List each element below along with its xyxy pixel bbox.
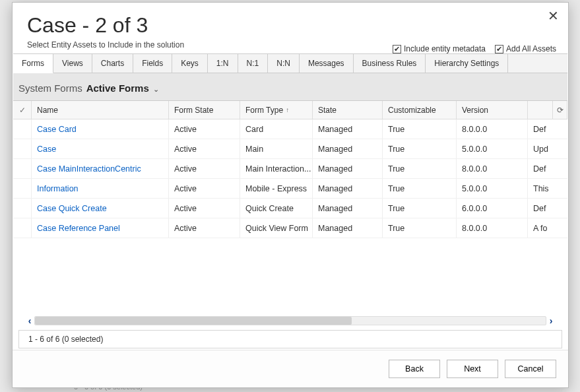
cell-version: 5.0.0.0: [457, 179, 528, 198]
close-icon[interactable]: ✕: [548, 9, 559, 22]
tab-n-1[interactable]: N:1: [238, 54, 269, 73]
table-row[interactable]: Case CardActiveCardManagedTrue8.0.0.0Def: [13, 119, 567, 139]
form-name-link[interactable]: Case: [37, 145, 56, 154]
column-header-form-type[interactable]: Form Type ↑: [240, 101, 313, 119]
row-checkbox[interactable]: [13, 199, 32, 218]
row-checkbox[interactable]: [13, 179, 32, 198]
cell-form-type: Main: [240, 139, 313, 158]
table-row[interactable]: Case Quick CreateActiveQuick CreateManag…: [13, 199, 567, 218]
column-header-form-state[interactable]: Form State: [169, 101, 240, 119]
wizard-dialog: ✕ Case - 2 of 3 Select Entity Assets to …: [12, 2, 569, 388]
scrollbar-track[interactable]: [34, 316, 546, 325]
add-all-assets-checkbox[interactable]: ✔ Add All Assets: [495, 44, 556, 53]
cell-form-state: Active: [169, 119, 240, 139]
cell-customizable: True: [383, 218, 457, 238]
form-name-link[interactable]: Case MainInteractionCentric: [37, 164, 141, 174]
column-header-state[interactable]: State: [313, 101, 383, 119]
cell-customizable: True: [383, 179, 457, 198]
horizontal-scrollbar[interactable]: ‹ ›: [25, 314, 556, 327]
include-entity-metadata-checkbox[interactable]: ✔ Include entity metadata: [393, 44, 486, 53]
grid-header-row: ✓ Name Form State Form Type ↑ State Cust…: [13, 101, 567, 119]
select-all-checkbox[interactable]: ✓: [13, 101, 32, 119]
form-name-link[interactable]: Case Card: [37, 125, 77, 134]
add-all-assets-label: Add All Assets: [506, 44, 556, 53]
cell-state: Managed: [313, 179, 383, 198]
column-header-customizable[interactable]: Customizable: [383, 101, 457, 119]
tab-messages[interactable]: Messages: [300, 54, 354, 73]
cell-form-state: Active: [169, 218, 240, 238]
dialog-title: Case - 2 of 3: [27, 13, 554, 38]
scroll-right-icon[interactable]: ›: [546, 315, 556, 326]
cancel-button[interactable]: Cancel: [505, 360, 556, 378]
scroll-left-icon[interactable]: ‹: [25, 315, 34, 326]
column-header-name[interactable]: Name: [32, 101, 169, 119]
row-checkbox[interactable]: [13, 139, 32, 158]
view-selector[interactable]: System Forms Active Forms ⌄: [13, 73, 567, 101]
table-row[interactable]: Case MainInteractionCentricActiveMain In…: [13, 159, 567, 179]
column-header-form-type-label: Form Type: [245, 106, 283, 115]
cell-version: 5.0.0.0: [457, 139, 528, 158]
cell-spacer: [553, 179, 567, 198]
tab-business-rules[interactable]: Business Rules: [354, 54, 426, 73]
grid-body: Case CardActiveCardManagedTrue8.0.0.0Def…: [13, 119, 567, 314]
cell-version: 8.0.0.0: [457, 218, 528, 238]
cell-form-type: Quick Create: [240, 199, 313, 218]
cell-form-type: Card: [240, 119, 313, 139]
table-row[interactable]: Case Reference PanelActiveQuick View For…: [13, 218, 567, 238]
table-row[interactable]: CaseActiveMainManagedTrue5.0.0.0Upd: [13, 139, 567, 159]
cell-state: Managed: [313, 218, 383, 238]
cell-overflow: Def: [528, 119, 553, 139]
cell-overflow: Def: [528, 159, 553, 178]
cell-version: 8.0.0.0: [457, 159, 528, 178]
cell-version: 8.0.0.0: [457, 119, 528, 139]
sort-ascending-icon: ↑: [286, 106, 289, 114]
cell-spacer: [553, 199, 567, 218]
cell-overflow: This: [528, 179, 553, 198]
tab-n-n[interactable]: N:N: [268, 54, 300, 73]
back-button[interactable]: Back: [389, 360, 440, 378]
tab-forms[interactable]: Forms: [13, 54, 53, 73]
row-checkbox[interactable]: [13, 218, 32, 238]
form-name-link[interactable]: Case Quick Create: [37, 204, 107, 213]
tab-views[interactable]: Views: [53, 54, 92, 73]
tab-1-n[interactable]: 1:N: [208, 54, 238, 73]
grid-status-text: 1 - 6 of 6 (0 selected): [18, 330, 562, 348]
cell-customizable: True: [383, 139, 457, 158]
cell-spacer: [553, 139, 567, 158]
cell-customizable: True: [383, 199, 457, 218]
column-header-version[interactable]: Version: [457, 101, 528, 119]
tab-hierarchy-settings[interactable]: Hierarchy Settings: [426, 54, 508, 73]
cell-customizable: True: [383, 159, 457, 178]
next-button[interactable]: Next: [447, 360, 498, 378]
cell-state: Managed: [313, 199, 383, 218]
chevron-down-icon: ⌄: [153, 85, 159, 94]
cell-spacer: [553, 159, 567, 178]
cell-form-state: Active: [169, 139, 240, 158]
form-name-link[interactable]: Information: [37, 184, 79, 193]
forms-grid: ✓ Name Form State Form Type ↑ State Cust…: [13, 101, 567, 350]
dialog-footer: Back Next Cancel: [13, 350, 568, 387]
cell-form-state: Active: [169, 159, 240, 178]
view-selector-current: Active Forms: [86, 82, 149, 94]
cell-form-type: Main Interaction...: [240, 159, 313, 178]
scrollbar-thumb[interactable]: [35, 317, 352, 325]
cell-customizable: True: [383, 119, 457, 139]
cell-state: Managed: [313, 119, 383, 139]
cell-spacer: [553, 218, 567, 238]
checkmark-icon: ✔: [393, 45, 401, 53]
row-checkbox[interactable]: [13, 119, 32, 139]
dialog-header: ✕ Case - 2 of 3 Select Entity Assets to …: [13, 3, 568, 53]
cell-form-type: Quick View Form: [240, 218, 313, 238]
include-entity-metadata-label: Include entity metadata: [404, 44, 486, 53]
table-row[interactable]: InformationActiveMobile - ExpressManaged…: [13, 179, 567, 199]
column-header-overflow: [528, 101, 553, 119]
cell-overflow: A fo: [528, 218, 553, 238]
view-selector-prefix: System Forms: [18, 82, 82, 94]
tab-keys[interactable]: Keys: [172, 54, 208, 73]
form-name-link[interactable]: Case Reference Panel: [37, 224, 120, 233]
tab-charts[interactable]: Charts: [92, 54, 133, 73]
tab-fields[interactable]: Fields: [133, 54, 172, 73]
cell-form-state: Active: [169, 179, 240, 198]
refresh-icon[interactable]: ⟳: [553, 101, 567, 119]
row-checkbox[interactable]: [13, 159, 32, 178]
